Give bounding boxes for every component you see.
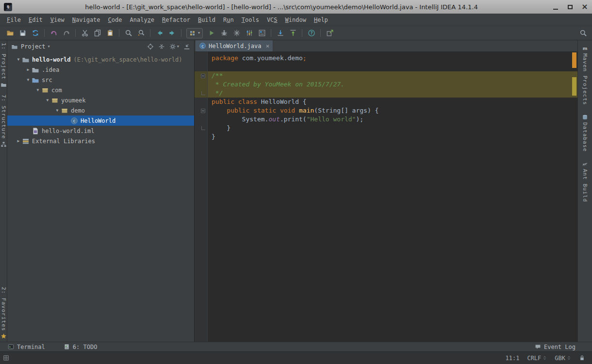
tree-item-src[interactable]: ▼src xyxy=(7,75,194,85)
menu-tools[interactable]: Tools xyxy=(238,15,263,25)
bottom-button-label: 6: TODO xyxy=(73,344,98,350)
run-with-coverage-button[interactable] xyxy=(230,27,243,39)
collapse-all-button[interactable] xyxy=(158,43,165,50)
save-all-button[interactable] xyxy=(16,27,29,39)
menu-build[interactable]: Build xyxy=(194,15,219,25)
encoding-widget[interactable]: GBK xyxy=(555,355,571,362)
menu-file[interactable]: File xyxy=(3,15,25,25)
toolbar-divider xyxy=(320,29,321,37)
tree-item-hello-world[interactable]: ▼hello-world (E:\git_work_space\hello-wo… xyxy=(7,54,194,65)
tree-item-com[interactable]: ▼com xyxy=(7,85,194,95)
menu-analyze[interactable]: Analyze xyxy=(126,15,159,25)
menu-run[interactable]: Run xyxy=(219,15,238,25)
bottom-button-6-todo[interactable]: 6: TODO xyxy=(64,344,98,350)
project-structure-button[interactable] xyxy=(256,27,268,39)
editor[interactable]: package com.youmeek.demo;/** * Created b… xyxy=(195,52,577,342)
line-ending-widget[interactable]: CRLF xyxy=(527,355,547,362)
eventlog-icon xyxy=(535,344,541,350)
expander-closed-icon[interactable]: ▶ xyxy=(15,139,22,143)
menu-view[interactable]: View xyxy=(47,15,68,25)
menu-vcs[interactable]: VCS xyxy=(263,15,281,25)
tab-close-icon[interactable]: × xyxy=(265,43,269,49)
forward-button[interactable] xyxy=(166,27,178,39)
minimize-button[interactable] xyxy=(548,0,563,14)
fold-start-marker[interactable] xyxy=(201,109,205,113)
menu-help[interactable]: Help xyxy=(310,15,332,25)
tree-item-helloworld[interactable]: cHelloWorld xyxy=(7,116,194,126)
project-view-selector[interactable]: Project ▼ xyxy=(21,43,50,50)
toolwindow-1-project[interactable]: 1: Project xyxy=(0,43,7,88)
gutter-line-4 xyxy=(195,80,207,89)
highlight-stripe-marker[interactable] xyxy=(572,77,576,96)
search-everywhere-button[interactable] xyxy=(577,27,589,39)
folder-icon xyxy=(32,66,39,74)
open-button[interactable] xyxy=(4,27,16,39)
undo-button[interactable] xyxy=(48,27,60,39)
error-stripe-marker[interactable] xyxy=(572,52,576,68)
find-button[interactable] xyxy=(122,27,134,39)
tree-item-hello-world-iml[interactable]: hello-world.iml xyxy=(7,126,194,136)
menu-navigate[interactable]: Navigate xyxy=(68,15,104,25)
tree-item-idea[interactable]: ▶.idea xyxy=(7,65,194,75)
locate-button[interactable] xyxy=(147,43,154,50)
redo-button[interactable] xyxy=(60,27,72,39)
synchronize-button[interactable] xyxy=(29,27,41,39)
menu-code[interactable]: Code xyxy=(104,15,126,25)
tree-item-external-libraries[interactable]: ▶External Libraries xyxy=(7,136,194,146)
maximize-button[interactable] xyxy=(563,0,577,14)
expander-open-icon[interactable]: ▼ xyxy=(25,78,32,82)
expander-closed-icon[interactable]: ▶ xyxy=(25,67,32,72)
debug-button[interactable] xyxy=(218,27,230,39)
copy-button[interactable] xyxy=(91,27,103,39)
package-icon xyxy=(51,97,59,104)
external-tools-button[interactable] xyxy=(324,27,336,39)
toolbar-divider xyxy=(271,29,271,37)
tree-item-demo[interactable]: ▼demo xyxy=(7,105,194,116)
find-icon xyxy=(125,29,132,37)
tab-helloworld-java[interactable]: c HelloWorld.java × xyxy=(196,40,273,51)
close-button[interactable]: × xyxy=(577,0,592,14)
run-config-combo[interactable]: ▼ xyxy=(186,28,203,38)
toolwindow-maven-projects[interactable]: mMaven Projects xyxy=(578,45,592,105)
tree-item-youmeek[interactable]: ▼youmeek xyxy=(7,95,194,105)
toolwindow-7-structure[interactable]: 7: Structure xyxy=(0,95,7,147)
menu-edit[interactable]: Edit xyxy=(25,15,47,25)
settings-button[interactable] xyxy=(243,27,255,39)
back-button[interactable] xyxy=(153,27,165,39)
expander-open-icon[interactable]: ▼ xyxy=(44,98,51,102)
class-icon: c xyxy=(199,42,206,50)
lock-icon[interactable] xyxy=(579,355,585,361)
cut-button[interactable] xyxy=(79,27,91,39)
toolwindow-2-favorites[interactable]: 2: Favorites xyxy=(0,287,7,339)
expander-open-icon[interactable]: ▼ xyxy=(34,88,41,92)
commit-changes-button[interactable] xyxy=(287,27,299,39)
paste-button[interactable] xyxy=(104,27,116,39)
back-icon xyxy=(156,29,164,37)
run-button[interactable] xyxy=(205,27,217,39)
settings-button[interactable]: ▼ xyxy=(169,43,179,50)
toolwindow-database[interactable]: Database xyxy=(578,114,592,152)
fold-end-marker[interactable] xyxy=(201,126,205,130)
toolbar-divider xyxy=(181,29,181,37)
replace-button[interactable] xyxy=(135,27,147,39)
bottom-button-event-log[interactable]: Event Log xyxy=(535,344,576,350)
gutter-line-2 xyxy=(195,63,207,71)
toolwindow-switcher-icon[interactable] xyxy=(3,355,9,361)
hide-button[interactable] xyxy=(183,43,190,50)
help-button[interactable]: ? xyxy=(305,27,317,39)
caret-position-widget[interactable]: 11:1 xyxy=(506,355,520,362)
update-project-button[interactable] xyxy=(274,27,286,39)
expander-open-icon[interactable]: ▼ xyxy=(15,57,22,62)
menu-window[interactable]: Window xyxy=(281,15,310,25)
toolbar-divider xyxy=(150,29,150,37)
menu-refactor[interactable]: Refactor xyxy=(158,15,194,25)
tree-label: com xyxy=(51,87,62,94)
fold-start-marker[interactable] xyxy=(201,74,205,78)
sync-icon xyxy=(32,29,39,37)
fold-end-marker[interactable] xyxy=(201,91,205,95)
package-icon xyxy=(41,86,49,94)
redo-icon xyxy=(63,29,70,37)
expander-open-icon[interactable]: ▼ xyxy=(54,108,61,113)
bottom-button-terminal[interactable]: >_Terminal xyxy=(8,344,45,350)
toolwindow-ant-build[interactable]: Ant Build xyxy=(578,161,592,202)
